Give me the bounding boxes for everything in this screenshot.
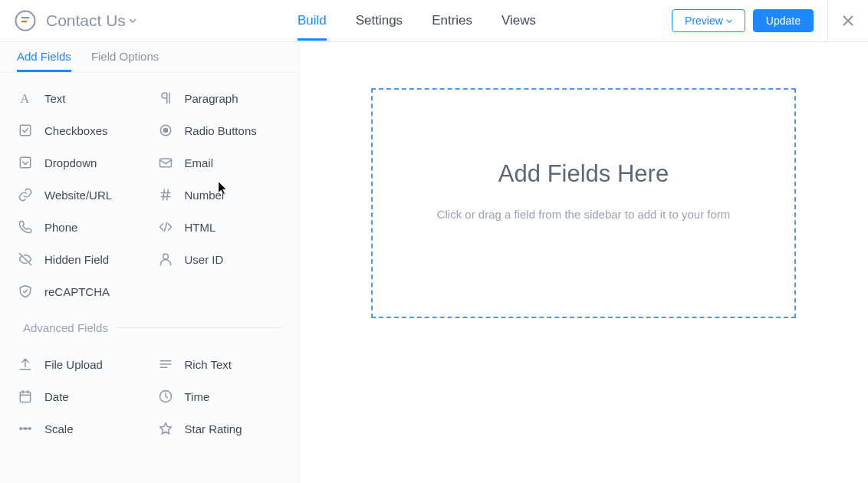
tab-entries[interactable]: Entries (432, 1, 472, 41)
field-item-label: Star Rating (185, 422, 242, 435)
svg-line-11 (163, 189, 164, 199)
field-item-label: Paragraph (185, 92, 238, 105)
field-item-label: Dropdown (44, 156, 97, 169)
form-title-dropdown[interactable]: Contact Us (46, 12, 136, 30)
checkbox-icon (17, 122, 34, 139)
field-item-label: Date (44, 390, 69, 403)
app-logo-icon (14, 9, 37, 32)
tab-settings[interactable]: Settings (356, 1, 403, 41)
field-item-html[interactable]: HTML (150, 211, 290, 243)
basic-fields-grid: ATextParagraphCheckboxesRadio ButtonsDro… (0, 73, 298, 317)
vertical-divider (827, 0, 828, 42)
field-item-phone[interactable]: Phone (9, 211, 150, 243)
scale-icon (17, 420, 34, 437)
drop-zone[interactable]: Add Fields Here Click or drag a field fr… (371, 88, 796, 318)
field-item-user-id[interactable]: User ID (150, 243, 290, 275)
svg-line-12 (166, 189, 168, 199)
field-item-hidden-field[interactable]: Hidden Field (9, 243, 150, 275)
paragraph-icon (157, 90, 174, 107)
user-icon (157, 251, 174, 268)
upload-icon (17, 356, 34, 373)
advanced-fields-grid: File UploadRich TextDateTimeScaleStar Ra… (0, 339, 298, 454)
caret-down-icon (726, 19, 732, 23)
form-title-text: Contact Us (46, 12, 126, 30)
fields-sidebar: Add Fields Field Options ATextParagraphC… (0, 42, 299, 483)
field-item-label: Hidden Field (44, 253, 109, 266)
field-item-date[interactable]: Date (9, 380, 150, 412)
field-item-radio-buttons[interactable]: Radio Buttons (150, 114, 290, 146)
field-item-time[interactable]: Time (150, 380, 290, 412)
advanced-section-label: Advanced Fields (0, 321, 298, 339)
cursor-icon (218, 181, 227, 195)
svg-rect-4 (20, 125, 30, 135)
svg-rect-17 (20, 392, 30, 402)
field-item-paragraph[interactable]: Paragraph (150, 82, 290, 114)
field-item-recaptcha[interactable]: reCAPTCHA (9, 275, 150, 307)
svg-text:A: A (20, 91, 29, 106)
field-item-star-rating[interactable]: Star Rating (150, 412, 290, 445)
time-icon (157, 388, 174, 405)
field-item-label: Text (44, 92, 66, 105)
field-item-email[interactable]: Email (150, 146, 290, 179)
field-item-label: Scale (44, 422, 74, 435)
field-item-label: Website/URL (44, 189, 112, 202)
field-item-dropdown[interactable]: Dropdown (9, 146, 150, 179)
sidebar-tab-field-options[interactable]: Field Options (91, 50, 159, 72)
svg-point-6 (163, 129, 167, 133)
preview-label: Preview (685, 15, 723, 27)
field-item-label: Phone (44, 221, 77, 234)
top-bar: Contact Us Build Settings Entries Views … (0, 0, 868, 42)
dropzone-heading: Add Fields Here (498, 160, 669, 188)
field-item-label: Checkboxes (44, 124, 108, 137)
preview-button[interactable]: Preview (672, 9, 745, 32)
close-button[interactable] (842, 15, 854, 27)
field-item-scale[interactable]: Scale (9, 412, 150, 445)
field-item-checkboxes[interactable]: Checkboxes (9, 114, 150, 146)
update-label: Update (766, 15, 801, 27)
field-item-label: Email (185, 156, 214, 169)
dropdown-icon (17, 154, 34, 171)
field-item-label: Rich Text (185, 358, 232, 371)
advanced-section-text: Advanced Fields (23, 321, 108, 334)
form-canvas: Add Fields Here Click or drag a field fr… (299, 42, 868, 483)
field-item-text[interactable]: AText (9, 82, 150, 114)
field-item-label: Radio Buttons (185, 124, 257, 137)
divider-line (116, 327, 281, 328)
tab-views[interactable]: Views (501, 1, 536, 41)
date-icon (17, 388, 34, 405)
email-icon (157, 154, 174, 171)
field-item-label: HTML (185, 221, 216, 234)
shield-icon (17, 283, 34, 300)
svg-point-13 (163, 254, 168, 259)
svg-rect-2 (21, 21, 27, 22)
dropzone-subtext: Click or drag a field from the sidebar t… (437, 208, 731, 221)
field-item-label: User ID (185, 253, 224, 266)
text-icon: A (17, 90, 34, 107)
radio-icon (157, 122, 174, 139)
field-item-label: reCAPTCHA (44, 285, 110, 298)
caret-down-icon (129, 18, 136, 23)
code-icon (157, 219, 174, 235)
hash-icon (157, 186, 174, 203)
update-button[interactable]: Update (753, 9, 814, 32)
svg-rect-1 (21, 17, 29, 18)
field-item-label: Time (185, 390, 210, 403)
field-item-website-url[interactable]: Website/URL (9, 179, 150, 211)
main-nav-tabs: Build Settings Entries Views (298, 1, 536, 41)
svg-rect-7 (20, 157, 30, 167)
star-icon (157, 420, 174, 437)
sidebar-tabs: Add Fields Field Options (0, 42, 298, 73)
field-item-file-upload[interactable]: File Upload (9, 348, 150, 380)
link-icon (17, 186, 34, 203)
tab-build[interactable]: Build (298, 1, 327, 41)
sidebar-tab-add-fields[interactable]: Add Fields (17, 50, 71, 72)
phone-icon (17, 219, 34, 235)
eye-off-icon (17, 251, 34, 268)
field-item-label: File Upload (44, 358, 103, 371)
svg-rect-8 (159, 159, 171, 167)
workspace: Add Fields Field Options ATextParagraphC… (0, 42, 868, 483)
field-item-rich-text[interactable]: Rich Text (150, 348, 290, 380)
richtext-icon (157, 356, 174, 373)
